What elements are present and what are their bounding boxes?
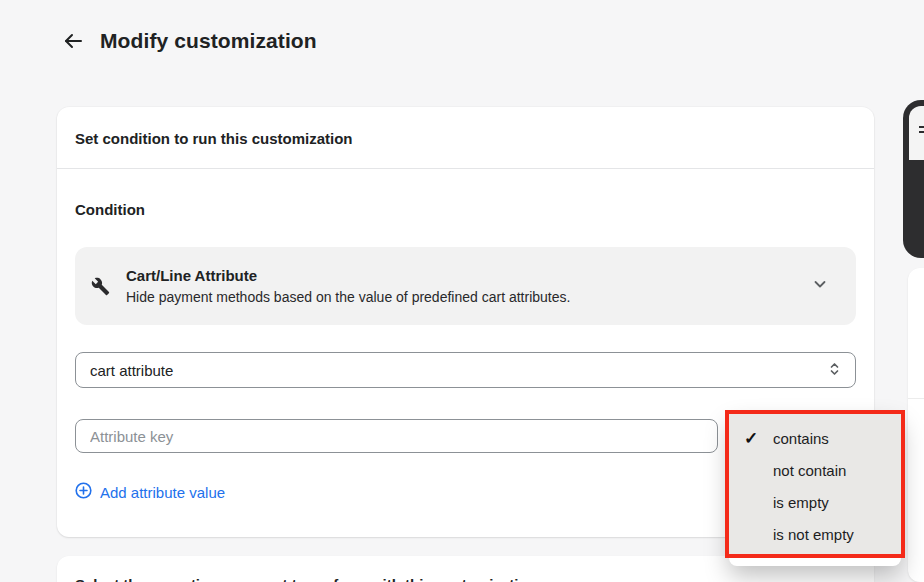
operator-menu-item-is-empty[interactable]: is empty: [729, 486, 901, 518]
operator-menu-item-not-contain[interactable]: not contain: [729, 454, 901, 486]
condition-card-title: Set condition to run this customization: [57, 107, 874, 168]
dark-panel-header: [909, 106, 924, 160]
select-updown-icon: [828, 362, 841, 379]
operation-card-title: Select the operation you want to perform…: [75, 576, 537, 582]
condition-type-text: Cart/Line Attribute Hide payment methods…: [126, 267, 796, 305]
condition-section-label: Condition: [75, 201, 856, 218]
attribute-type-select-value: cart attribute: [90, 362, 173, 379]
side-card-divider: [908, 398, 924, 399]
dark-panel: [903, 100, 924, 258]
card-divider: [57, 168, 874, 169]
condition-type-title: Cart/Line Attribute: [126, 267, 796, 284]
page-title: Modify customization: [100, 29, 317, 53]
operator-menu-item-label: is empty: [773, 494, 901, 511]
page-header: Modify customization: [60, 28, 317, 54]
operator-menu-item-is-not-empty[interactable]: is not empty: [729, 518, 901, 550]
attribute-type-select[interactable]: cart attribute: [75, 352, 856, 388]
checkmark-icon: ✓: [729, 428, 773, 449]
operator-menu-item-label: not contain: [773, 462, 901, 479]
side-card: [908, 268, 924, 582]
wrench-icon: [91, 277, 110, 300]
add-attribute-value-label: Add attribute value: [100, 484, 225, 501]
attribute-key-input[interactable]: [75, 419, 718, 453]
dark-panel-glyph-icon: [919, 126, 924, 136]
condition-type-description: Hide payment methods based on the value …: [126, 289, 796, 305]
add-attribute-value-link[interactable]: Add attribute value: [75, 482, 225, 502]
operator-menu-item-contains[interactable]: ✓contains: [729, 422, 901, 454]
chevron-down-icon[interactable]: [812, 276, 828, 296]
operator-menu-item-label: is not empty: [773, 526, 901, 543]
operator-menu: ✓containsnot containis emptyis not empty: [725, 410, 905, 558]
condition-type-collapsible[interactable]: Cart/Line Attribute Hide payment methods…: [75, 247, 856, 325]
back-arrow-icon: [62, 30, 84, 52]
plus-circle-icon: [75, 482, 92, 502]
operator-menu-item-label: contains: [773, 430, 901, 447]
back-button[interactable]: [60, 28, 86, 54]
